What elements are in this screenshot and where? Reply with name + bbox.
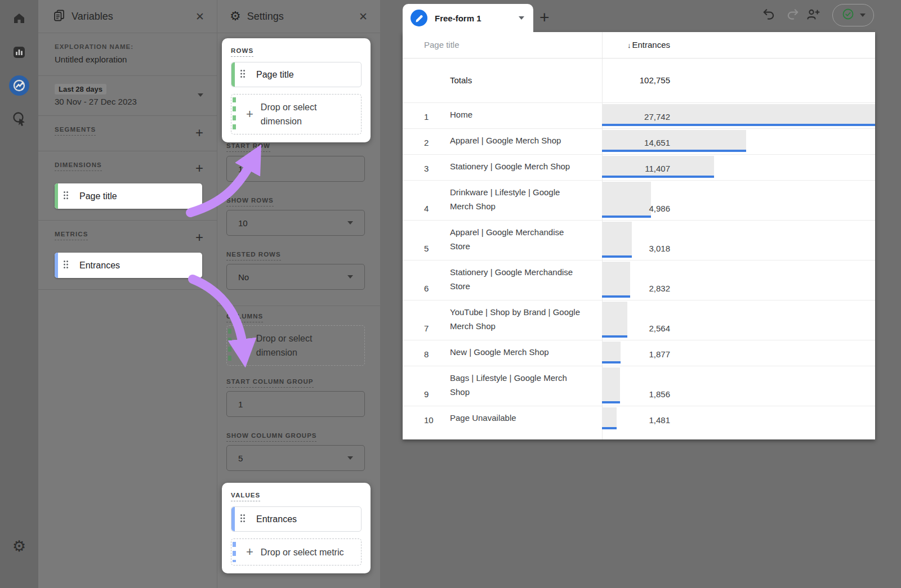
- table-row[interactable]: 6 Stationery | Google Merchandise Store …: [403, 260, 875, 300]
- rows-settings-card: ROWS Page title + Drop or select dimensi…: [222, 38, 371, 142]
- nested-rows-label: NESTED ROWS: [226, 251, 281, 261]
- table-row[interactable]: 2 Apparel | Google Merch Shop 14,651: [403, 128, 875, 154]
- dropzone-color-bar: [233, 97, 236, 131]
- variables-close-icon[interactable]: ✕: [195, 10, 204, 23]
- values-dropzone-label: Drop or select metric: [261, 545, 344, 559]
- metric-chip-label: Entrances: [79, 261, 120, 271]
- show-rows-label: SHOW ROWS: [226, 197, 274, 207]
- values-dropzone[interactable]: + Drop or select metric: [231, 538, 362, 565]
- row-rank: 7: [403, 324, 450, 333]
- drag-handle-icon[interactable]: [240, 514, 246, 525]
- free-form-table: Page title ↓Entrances Totals 102,755 1 H…: [403, 32, 875, 439]
- saved-status-button[interactable]: [832, 4, 874, 26]
- settings-close-icon[interactable]: ✕: [359, 10, 368, 23]
- show-column-groups-label: SHOW COLUMN GROUPS: [226, 432, 316, 442]
- rows-dropzone-label: Drop or select dimension: [261, 100, 351, 128]
- nested-rows-value: No: [238, 272, 249, 282]
- row-databar: [602, 182, 651, 216]
- ga4-explorations-screen: ⚙ Variables ✕ EXPLORATION NAME: Untitled…: [0, 0, 901, 588]
- tab-menu-caret-icon[interactable]: [519, 16, 524, 20]
- start-row-input[interactable]: 1: [226, 156, 365, 182]
- share-users-icon[interactable]: [805, 7, 821, 25]
- add-tab-button[interactable]: +: [539, 8, 550, 27]
- row-rank: 2: [403, 138, 450, 147]
- nested-rows-select[interactable]: No: [226, 264, 365, 290]
- row-databar-underline: [602, 124, 875, 126]
- totals-value: 102,755: [640, 59, 670, 102]
- date-range-selector[interactable]: Last 28 days 30 Nov - 27 Dec 2023: [38, 76, 217, 116]
- dropzone-plus-icon: +: [246, 107, 253, 122]
- columns-dropzone-label: Drop or select dimension: [256, 331, 346, 360]
- row-rank: 5: [403, 244, 450, 253]
- column-header-page-title[interactable]: Page title: [424, 32, 460, 58]
- row-databar-underline: [602, 295, 630, 298]
- exploration-name-section[interactable]: EXPLORATION NAME: Untitled exploration: [38, 33, 217, 76]
- row-databar: [602, 407, 617, 427]
- table-row[interactable]: 1 Home 27,742: [403, 102, 875, 128]
- drag-handle-icon[interactable]: [240, 69, 246, 80]
- drag-handle-icon[interactable]: [63, 191, 69, 202]
- row-databar: [602, 262, 630, 295]
- rows-dropzone[interactable]: + Drop or select dimension: [231, 94, 362, 134]
- left-nav-rail: ⚙: [0, 0, 39, 588]
- row-rank: 3: [403, 164, 450, 173]
- table-row[interactable]: 3 Stationery | Google Merch Shop 11,407: [403, 154, 875, 180]
- row-rank: 1: [403, 112, 450, 122]
- table-row[interactable]: 7 YouTube | Shop by Brand | Google Merch…: [403, 300, 875, 340]
- add-segment-icon[interactable]: +: [195, 126, 203, 140]
- row-databar-underline: [602, 361, 621, 363]
- row-databar-underline: [602, 427, 617, 429]
- dropzone-plus-icon: +: [242, 338, 249, 353]
- totals-label: Totals: [450, 59, 472, 102]
- values-metric-chip[interactable]: Entrances: [231, 506, 362, 532]
- row-databar-underline: [602, 255, 632, 258]
- add-dimension-icon[interactable]: +: [195, 161, 203, 175]
- date-range-preset: Last 28 days: [55, 84, 106, 95]
- row-databar: [602, 367, 620, 401]
- row-value: 4,986: [649, 204, 670, 213]
- tab-label: Free-form 1: [435, 14, 481, 23]
- dimensions-section: DIMENSIONS + Page title: [38, 151, 217, 221]
- table-row[interactable]: 4 Drinkware | Lifestyle | Google Merch S…: [403, 180, 875, 220]
- row-title: Stationery | Google Merch Shop: [450, 159, 585, 173]
- table-row[interactable]: 5 Apparel | Google Merchandise Store 3,0…: [403, 220, 875, 260]
- settings-panel-title: Settings: [247, 11, 284, 23]
- row-databar-underline: [602, 335, 627, 338]
- dimension-chip-page-title[interactable]: Page title: [55, 183, 202, 209]
- row-value: 2,564: [649, 324, 670, 333]
- advertising-icon[interactable]: [11, 111, 27, 127]
- row-title: Drinkware | Lifestyle | Google Merch Sho…: [450, 185, 585, 213]
- admin-gear-icon[interactable]: ⚙: [12, 538, 26, 554]
- table-row[interactable]: 9 Bags | Lifestyle | Google Merch Shop 1…: [403, 366, 875, 406]
- start-column-group-input[interactable]: 1: [226, 391, 365, 417]
- add-metric-icon[interactable]: +: [195, 231, 203, 244]
- dimension-color-bar: [55, 183, 58, 209]
- row-value: 1,877: [649, 349, 670, 359]
- show-rows-select[interactable]: 10: [226, 210, 365, 236]
- home-icon[interactable]: [12, 11, 26, 26]
- table-row[interactable]: 8 New | Google Merch Shop 1,877: [403, 340, 875, 366]
- table-row[interactable]: 10 Page Unavailable 1,481: [403, 406, 875, 432]
- undo-icon[interactable]: [761, 7, 776, 24]
- show-column-groups-select[interactable]: 5: [226, 445, 365, 471]
- segments-label: SEGMENTS: [55, 126, 96, 136]
- variables-panel-title: Variables: [72, 11, 113, 23]
- values-label: VALUES: [231, 492, 260, 501]
- redo-icon[interactable]: [786, 7, 800, 24]
- reports-icon[interactable]: [12, 45, 26, 60]
- row-databar-underline: [602, 401, 620, 403]
- dropzone-color-bar: [233, 542, 236, 562]
- row-title: Bags | Lifestyle | Google Merch Shop: [450, 371, 585, 399]
- column-header-entrances[interactable]: ↓Entrances: [627, 32, 670, 59]
- row-databar-underline: [602, 216, 651, 218]
- rows-dimension-chip[interactable]: Page title: [231, 62, 362, 87]
- metric-chip-entrances[interactable]: Entrances: [55, 253, 202, 278]
- columns-dropzone[interactable]: + Drop or select dimension: [226, 325, 365, 366]
- start-row-label: START ROW: [226, 142, 270, 152]
- exploration-name-value[interactable]: Untitled exploration: [55, 55, 203, 64]
- tab-free-form-1[interactable]: Free-form 1: [403, 4, 533, 32]
- settings-divider: [217, 306, 380, 306]
- explore-icon[interactable]: [9, 75, 29, 96]
- drag-handle-icon[interactable]: [63, 260, 69, 271]
- dropzone-plus-icon: +: [246, 545, 253, 559]
